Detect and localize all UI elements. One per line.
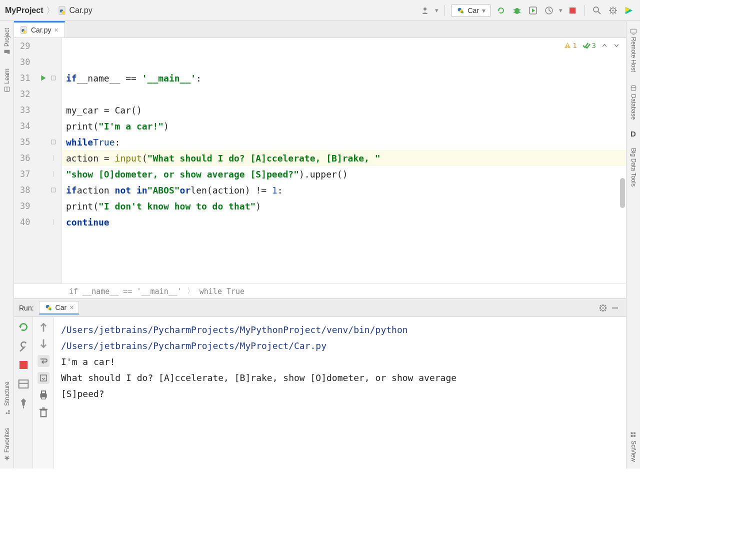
inspection-widget[interactable]: 1 3: [564, 41, 620, 50]
gutter-row[interactable]: 38: [14, 182, 62, 198]
code-line[interactable]: if __name__ == '__main__':: [62, 70, 626, 86]
breadcrumb-project[interactable]: MyProject: [5, 6, 43, 15]
chevron-right-icon: 〉: [46, 4, 55, 16]
code-line[interactable]: continue: [62, 214, 626, 230]
run-tool-window: Run: Car ×: [14, 298, 626, 468]
gutter-row[interactable]: 31: [14, 70, 62, 86]
search-icon[interactable]: [591, 4, 603, 16]
remote-host-tool-button[interactable]: Remote Host: [630, 25, 637, 75]
editor-tabs: Car.py ×: [14, 21, 626, 38]
close-tab-icon[interactable]: ×: [54, 26, 58, 34]
stop-button[interactable]: [18, 359, 30, 371]
line-number: 40: [14, 217, 40, 227]
gutter-row[interactable]: 35: [14, 134, 62, 150]
gutter-row[interactable]: 39: [14, 198, 62, 214]
code-line[interactable]: [62, 86, 626, 102]
scrollbar-thumb[interactable]: [620, 178, 625, 208]
fold-icon[interactable]: [48, 140, 59, 144]
rerun-button[interactable]: [18, 321, 30, 333]
favorites-tool-button[interactable]: Favorites: [4, 425, 10, 464]
chevron-down-icon[interactable]: [613, 42, 620, 49]
gutter-row[interactable]: 32: [14, 86, 62, 102]
code-line[interactable]: [62, 38, 626, 54]
editor-breadcrumb[interactable]: if __name__ == '__main__' 〉 while True: [14, 284, 626, 298]
gutter-row[interactable]: 30: [14, 54, 62, 70]
code-line[interactable]: "show [O]dometer, or show average [S]pee…: [62, 166, 626, 182]
run-line-icon[interactable]: [40, 74, 48, 82]
run-config-selector[interactable]: Car ▾: [451, 4, 491, 17]
database-tool-button[interactable]: Database: [630, 82, 637, 122]
close-icon[interactable]: ×: [70, 304, 74, 312]
run-console[interactable]: /Users/jetbrains/PycharmProjects/MyPytho…: [54, 317, 626, 468]
fold-guide: [48, 172, 59, 176]
structure-tool-button[interactable]: Structure: [4, 378, 10, 418]
code-line[interactable]: print("I don't know how to do that"): [62, 198, 626, 214]
checkmark-icon[interactable]: 3: [582, 41, 596, 50]
code-line[interactable]: if action not in "ABOS" or len(action) !…: [62, 182, 626, 198]
big-data-tool-button[interactable]: Big Data Tools: [630, 145, 637, 190]
arrow-up-icon[interactable]: [38, 321, 50, 333]
code-line[interactable]: while True:: [62, 134, 626, 150]
right-tool-rail: Remote Host Database D Big Data Tools Sc…: [626, 21, 640, 468]
scroll-to-end-icon[interactable]: [38, 372, 50, 384]
trash-icon[interactable]: [38, 406, 50, 418]
code-line[interactable]: my_car = Car(): [62, 102, 626, 118]
chevron-down-icon[interactable]: ▾: [559, 6, 562, 14]
stop-button[interactable]: [566, 4, 578, 16]
editor-tab-car[interactable]: Car.py ×: [14, 21, 65, 38]
line-number: 36: [14, 153, 40, 163]
gutter-row[interactable]: 33: [14, 102, 62, 118]
profile-button[interactable]: [543, 4, 555, 16]
fold-icon[interactable]: [48, 76, 59, 80]
coverage-button[interactable]: [527, 4, 539, 16]
gutter-row[interactable]: 29: [14, 38, 62, 54]
gear-icon[interactable]: [607, 4, 619, 16]
fold-guide: [48, 156, 59, 160]
run-tab-car[interactable]: Car ×: [39, 301, 80, 314]
line-number: 33: [14, 105, 40, 115]
pin-icon[interactable]: [18, 397, 30, 409]
console-line: I'm a car!: [61, 354, 619, 370]
chevron-right-icon: 〉: [187, 286, 194, 296]
chevron-down-icon: ▾: [482, 6, 486, 14]
learn-tool-button[interactable]: Learn: [4, 66, 10, 96]
run-left-toolbar: [14, 317, 33, 468]
console-line: /Users/jetbrains/PycharmProjects/MyProje…: [61, 338, 619, 354]
sciview-tool-button[interactable]: SciView: [630, 428, 637, 464]
fold-icon[interactable]: [48, 188, 59, 192]
python-icon: [456, 6, 464, 14]
console-line: /Users/jetbrains/PycharmProjects/MyPytho…: [61, 322, 619, 338]
gutter-row[interactable]: 36: [14, 150, 62, 166]
project-tool-button[interactable]: Project: [4, 25, 10, 58]
d-tool-button[interactable]: D: [630, 130, 636, 138]
line-number: 35: [14, 137, 40, 147]
line-number: 31: [14, 73, 40, 83]
breadcrumb-file[interactable]: Car.py: [58, 6, 92, 15]
gutter-row[interactable]: 34: [14, 118, 62, 134]
minimize-icon[interactable]: [609, 302, 621, 314]
debug-button[interactable]: [511, 4, 523, 16]
gutter-row[interactable]: 40: [14, 214, 62, 230]
line-number: 37: [14, 169, 40, 179]
layout-icon[interactable]: [18, 378, 30, 390]
gear-icon[interactable]: [597, 302, 609, 314]
jetbrains-icon[interactable]: [623, 4, 635, 16]
wrench-icon[interactable]: [18, 340, 30, 352]
print-icon[interactable]: [38, 389, 50, 401]
editor-gutter: 293031323334353637383940: [14, 38, 62, 284]
soft-wrap-icon[interactable]: [38, 355, 50, 367]
code-editor[interactable]: 293031323334353637383940 1 3 if __name__…: [14, 38, 626, 284]
gutter-row[interactable]: 37: [14, 166, 62, 182]
run-button[interactable]: [495, 4, 507, 16]
code-line[interactable]: [62, 54, 626, 70]
python-icon: [44, 304, 52, 312]
chevron-down-icon[interactable]: ▾: [435, 6, 438, 14]
code-line[interactable]: print("I'm a car!"): [62, 118, 626, 134]
warning-icon[interactable]: 1: [564, 42, 576, 50]
code-line[interactable]: action = input("What should I do? [A]cce…: [62, 150, 626, 166]
arrow-down-icon[interactable]: [38, 338, 50, 350]
line-number: 30: [14, 57, 40, 67]
code-content[interactable]: 1 3 if __name__ == '__main__': my_car = …: [62, 38, 626, 284]
user-icon[interactable]: [419, 4, 431, 16]
chevron-up-icon[interactable]: [601, 42, 608, 49]
